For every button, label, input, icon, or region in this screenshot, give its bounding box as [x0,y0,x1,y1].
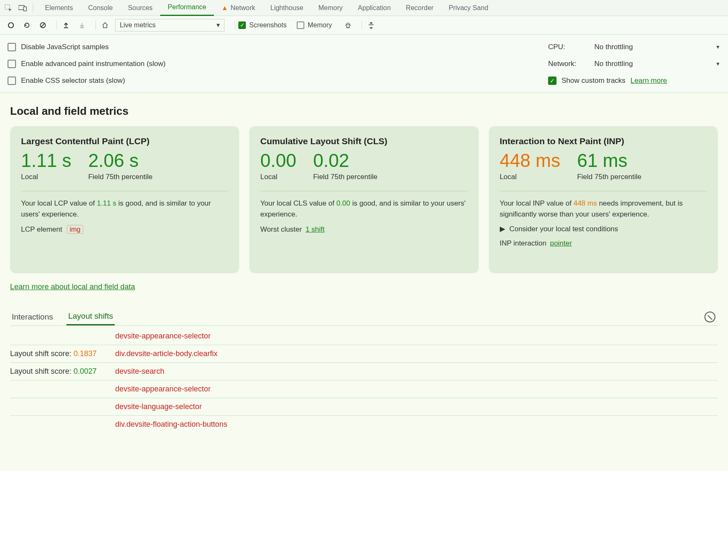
lcp-local-value: 1.11 s [21,151,71,171]
inp-title: Interaction to Next Paint (INP) [500,136,707,146]
layout-shift-row[interactable]: devsite-appearance-selector [10,380,718,398]
lcp-field-label: Field 75th percentile [88,172,153,182]
devtools-tabbar: Elements Console Sources Performance ▲Ne… [0,0,728,16]
chevron-down-icon: ▼ [715,44,720,50]
tab-layout-shifts[interactable]: Layout shifts [66,308,115,325]
section-title: Local and field metrics [10,105,718,118]
cls-worst-cluster-link[interactable]: 1 shift [306,225,324,233]
cls-description: Your local CLS value of 0.00 is good, an… [260,198,467,219]
inp-description: Your local INP value of 448 ms needs imp… [500,198,707,219]
layout-shift-row[interactable]: devsite-language-selector [10,398,718,416]
inp-consider-expand[interactable]: ▶ Consider your local test conditions [500,225,707,233]
tab-lighthouse[interactable]: Lighthouse [263,0,311,16]
cls-card: Cumulative Layout Shift (CLS) 0.00 Local… [249,126,478,273]
svg-rect-2 [24,7,26,11]
learn-more-field-data-link[interactable]: Learn more about local and field data [10,283,135,291]
tab-application[interactable]: Application [350,0,398,16]
inp-interaction-row: INP interaction pointer [500,239,707,248]
inp-interaction-link[interactable]: pointer [550,239,572,247]
toolbar-divider [235,21,235,30]
layout-shift-row[interactable]: Layout shift score: 0.1837 div.devsite-a… [10,345,718,363]
toolbar-divider [33,3,33,13]
chevron-down-icon: ▼ [715,61,720,67]
tab-network[interactable]: ▲Network [214,0,263,16]
lcp-element-tag[interactable]: img [67,225,84,234]
performance-settings: Disable JavaScript samples Enable advanc… [0,34,728,93]
lcp-local-label: Local [21,172,71,182]
svg-point-3 [8,23,13,28]
lcp-card: Largest Contentful Paint (LCP) 1.11 s Lo… [10,126,239,273]
download-icon[interactable] [76,19,88,31]
layout-shift-list: devsite-appearance-selector Layout shift… [10,328,718,433]
lcp-element-row: LCP element img [21,225,228,234]
warning-icon: ▲ [222,4,228,12]
network-throttle-select[interactable]: Network: No throttling ▼ [548,55,720,72]
cls-field-value: 0.02 [313,151,377,171]
tab-console[interactable]: Console [81,0,121,16]
toolbar-divider [361,21,362,30]
tab-privacy[interactable]: Privacy Sand [441,0,496,16]
reload-icon[interactable] [21,19,33,31]
screenshots-checkbox[interactable]: ✓Screenshots [238,21,287,29]
clear-log-icon[interactable] [704,312,715,322]
lcp-field-value: 2.06 s [88,151,153,171]
lcp-title: Largest Contentful Paint (LCP) [21,136,228,146]
upload-icon[interactable] [60,19,72,31]
cls-local-value: 0.00 [260,151,296,171]
lcp-description: Your local LCP value of 1.11 s is good, … [21,198,228,219]
home-icon[interactable] [99,19,111,31]
layout-shift-row[interactable]: div.devsite-floating-action-buttons [10,416,718,433]
tab-recorder[interactable]: Recorder [398,0,441,16]
inp-field-label: Field 75th percentile [577,172,641,182]
clear-icon[interactable] [37,19,49,31]
cls-worst-cluster-row: Worst cluster 1 shift [260,225,467,234]
performance-toolbar: Live metrics ▾ ✓Screenshots Memory [0,16,728,34]
performance-main: Local and field metrics Largest Contentf… [0,93,728,471]
enable-paint-instrumentation-checkbox[interactable]: Enable advanced paint instrumentation (s… [8,55,548,72]
tab-memory[interactable]: Memory [311,0,351,16]
garbage-collect-icon[interactable] [342,19,354,31]
memory-checkbox[interactable]: Memory [297,21,332,29]
tab-interactions[interactable]: Interactions [10,309,55,325]
enable-css-selector-stats-checkbox[interactable]: Enable CSS selector stats (slow) [8,72,548,89]
chevron-down-icon: ▾ [216,21,220,29]
mode-select[interactable]: Live metrics ▾ [115,19,224,32]
layout-shift-row[interactable]: Layout shift score: 0.0027 devsite-searc… [10,363,718,380]
layout-shift-row[interactable]: devsite-appearance-selector [10,328,718,345]
svg-line-5 [41,24,45,27]
toolbar-divider [95,21,96,30]
inp-local-value: 448 ms [500,151,560,171]
cpu-throttle-select[interactable]: CPU: No throttling ▼ [548,39,720,55]
bottom-tabs: Interactions Layout shifts [10,308,718,326]
learn-more-link[interactable]: Learn more [630,77,667,85]
toolbar-divider [56,21,57,30]
tab-elements[interactable]: Elements [37,0,81,16]
device-toggle-icon[interactable] [17,2,29,14]
cls-title: Cumulative Layout Shift (CLS) [260,136,467,146]
cls-field-label: Field 75th percentile [313,172,377,182]
tab-performance[interactable]: Performance [160,0,214,16]
disable-js-samples-checkbox[interactable]: Disable JavaScript samples [8,39,548,55]
cls-local-label: Local [260,172,296,182]
inp-local-label: Local [500,172,560,182]
shortcuts-icon[interactable] [365,19,377,31]
inp-field-value: 61 ms [577,151,641,171]
inspect-icon[interactable] [3,2,14,14]
tab-sources[interactable]: Sources [120,0,160,16]
inp-card: Interaction to Next Paint (INP) 448 ms L… [489,126,718,273]
show-custom-tracks-checkbox[interactable]: ✓Show custom tracks [548,77,625,85]
triangle-right-icon: ▶ [500,225,505,233]
record-icon[interactable] [5,19,17,31]
